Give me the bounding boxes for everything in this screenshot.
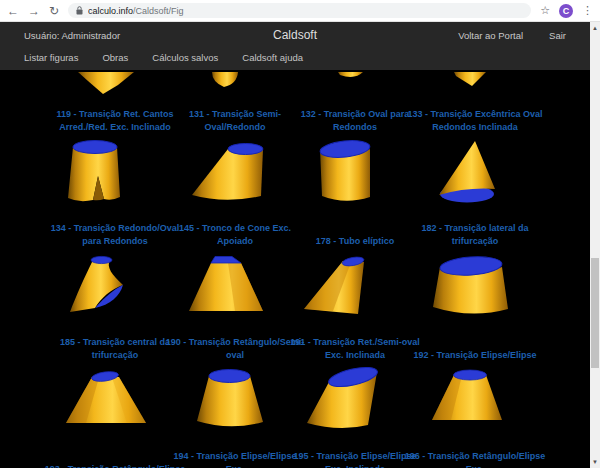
logout-link[interactable]: Sair (549, 30, 566, 41)
scroll-down-icon[interactable]: ▼ (590, 457, 600, 467)
figure-cell[interactable]: 192 - Transição Elipse/Elipse (415, 252, 535, 366)
figures-grid: 119 - Transição Ret. Cantos Arred./Red. … (0, 70, 590, 468)
figure-cell[interactable]: 178 - Tubo elíptico (295, 138, 415, 252)
figure-cell[interactable]: 133 - Transição Excêntrica Oval Redondos… (415, 72, 535, 138)
back-to-portal-link[interactable]: Voltar ao Portal (458, 30, 523, 41)
figure-cell[interactable]: 190 - Transição Retângulo/Semi-oval (175, 252, 295, 366)
figure-label[interactable]: 196 - Transição Retângulo/Elipse Exc. (404, 448, 546, 468)
figure-thumbnail[interactable] (55, 252, 175, 326)
figure-thumbnail[interactable] (175, 72, 295, 98)
figure-thumbnail[interactable] (175, 366, 295, 440)
browser-menu-icon[interactable]: ⋮ (582, 4, 593, 17)
scrollbar[interactable]: ▲ ▼ (590, 22, 600, 468)
figure-thumbnail[interactable] (55, 366, 175, 440)
avatar[interactable]: C (559, 4, 573, 18)
figure-label[interactable]: 182 - Transição lateral da trifurcação (404, 220, 546, 248)
menu-item-listar-figuras[interactable]: Listar figuras (24, 52, 78, 63)
figure-cell[interactable]: 182 - Transição lateral da trifurcação (415, 138, 535, 252)
figure-cell[interactable]: 193 - Transição Retângulo/Elipse (55, 366, 175, 468)
figure-cell[interactable]: 185 - Transição central da trifurcação (55, 252, 175, 366)
app-header: Usuário: Administrador Caldsoft Voltar a… (0, 22, 590, 70)
address-bar[interactable]: calculo.info/Caldsoft/Fig (68, 3, 531, 18)
figure-thumbnail[interactable] (175, 138, 295, 212)
figure-thumbnail[interactable] (55, 72, 175, 98)
url-text: calculo.info/Caldsoft/Fig (88, 6, 184, 16)
back-icon[interactable]: ← (7, 5, 19, 17)
menu-item-caldsoft-ajuda[interactable]: Caldsoft ajuda (242, 52, 303, 63)
figure-thumbnail[interactable] (415, 366, 535, 440)
figure-thumbnail[interactable] (415, 252, 535, 326)
figure-cell[interactable]: 119 - Transição Ret. Cantos Arred./Red. … (55, 72, 175, 138)
figure-thumbnail[interactable] (295, 72, 415, 98)
menu-item-obras[interactable]: Obras (102, 52, 128, 63)
figure-thumbnail[interactable] (295, 366, 415, 440)
figure-cell[interactable]: 196 - Transição Retângulo/Elipse Exc. (415, 366, 535, 468)
figure-cell[interactable]: 194 - Transição Elipse/Elipse Exc. (175, 366, 295, 468)
lock-icon (76, 6, 83, 15)
figure-thumbnail[interactable] (55, 138, 175, 212)
figure-cell[interactable]: 191 - Transição Ret./Semi-oval Exc. Incl… (295, 252, 415, 366)
figure-cell[interactable]: 195 - Transição Elipse/Elipse Exc. Incli… (295, 366, 415, 468)
figure-cell[interactable]: 131 - Transição Semi-Oval/Redondo (175, 72, 295, 138)
figure-thumbnail[interactable] (415, 72, 535, 98)
figure-thumbnail[interactable] (295, 252, 415, 326)
scrollbar-thumb[interactable] (591, 258, 599, 368)
page: Usuário: Administrador Caldsoft Voltar a… (0, 22, 590, 468)
page-title: Caldsoft (273, 28, 317, 42)
figure-thumbnail[interactable] (415, 138, 535, 212)
figure-label[interactable]: 192 - Transição Elipse/Elipse (404, 334, 546, 362)
figure-cell[interactable]: 145 - Tronco de Cone Exc. Apoiado (175, 138, 295, 252)
menu-item-calculos-salvos[interactable]: Cálculos salvos (152, 52, 218, 63)
figure-cell[interactable]: 134 - Transição Redondo/Oval para Redond… (55, 138, 175, 252)
figure-cell[interactable]: 132 - Transição Oval para Redondos (295, 72, 415, 138)
browser-chrome: ← → ↻ calculo.info/Caldsoft/Fig ☆ C ⋮ (0, 0, 600, 22)
figure-thumbnail[interactable] (175, 252, 295, 326)
scroll-up-icon[interactable]: ▲ (590, 23, 600, 33)
bookmark-star-icon[interactable]: ☆ (540, 4, 550, 17)
figure-thumbnail[interactable] (295, 138, 415, 212)
reload-icon[interactable]: ↻ (49, 5, 59, 17)
main-menu: Listar figuras Obras Cálculos salvos Cal… (24, 52, 566, 63)
figure-label[interactable]: 133 - Transição Excêntrica Oval Redondos… (404, 106, 546, 134)
forward-icon[interactable]: → (28, 5, 40, 17)
user-label: Usuário: Administrador (24, 30, 120, 41)
